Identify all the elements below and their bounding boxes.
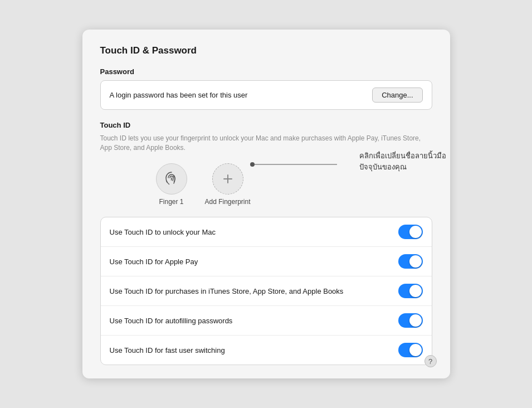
toggle-switch-4[interactable] xyxy=(398,343,423,357)
svg-point-3 xyxy=(250,162,255,167)
toggle-label-3: Use Touch ID for autofilling passwords xyxy=(110,316,398,326)
finger1-icon-wrap[interactable] xyxy=(156,163,187,195)
panel-title: Touch ID & Password xyxy=(100,45,432,56)
annotation-arrow xyxy=(248,156,337,173)
toggle-label-2: Use Touch ID for purchases in iTunes Sto… xyxy=(110,286,398,297)
add-fingerprint-label: Add Fingerprint xyxy=(205,198,251,206)
finger1-item[interactable]: Finger 1 xyxy=(156,163,187,206)
toggle-row-0: Use Touch ID to unlock your Mac xyxy=(101,217,432,247)
toggle-rows: Use Touch ID to unlock your Mac Use Touc… xyxy=(100,217,432,365)
toggle-label-1: Use Touch ID for Apple Pay xyxy=(110,257,398,267)
toggle-label-4: Use Touch ID for fast user switching xyxy=(110,346,398,356)
toggle-switch-3[interactable] xyxy=(398,313,423,328)
password-description: A login password has been set for this u… xyxy=(110,91,248,99)
password-section-label: Password xyxy=(100,67,432,76)
toggle-row-4: Use Touch ID for fast user switching xyxy=(101,336,432,365)
toggle-label-0: Use Touch ID to unlock your Mac xyxy=(110,227,398,237)
touch-id-label: Touch ID xyxy=(100,121,432,129)
help-button[interactable]: ? xyxy=(424,355,437,367)
toggle-row-2: Use Touch ID for purchases in iTunes Sto… xyxy=(101,276,432,306)
toggle-switch-2[interactable] xyxy=(398,284,423,298)
toggle-row-1: Use Touch ID for Apple Pay xyxy=(101,247,432,276)
annotation-text: คลิกเพื่อเปลี่ยนชื่อลายนิ้วมือปัจจุบันขอ… xyxy=(359,150,460,172)
add-fingerprint-item[interactable]: Add Fingerprint xyxy=(205,163,251,206)
toggle-switch-1[interactable] xyxy=(398,254,423,269)
fingerprint-icon xyxy=(163,170,180,188)
change-password-button[interactable]: Change... xyxy=(372,88,422,103)
settings-panel: Touch ID & Password Password A login pas… xyxy=(82,30,450,379)
password-row: A login password has been set for this u… xyxy=(100,80,432,110)
page-wrapper: Touch ID & Password Password A login pas… xyxy=(0,0,532,408)
toggle-switch-0[interactable] xyxy=(398,225,423,239)
finger1-label: Finger 1 xyxy=(159,198,183,206)
plus-icon xyxy=(222,173,234,185)
touch-id-description: Touch ID lets you use your fingerprint t… xyxy=(100,134,432,153)
toggle-row-3: Use Touch ID for autofilling passwords xyxy=(101,306,432,336)
add-fingerprint-button[interactable] xyxy=(212,163,243,195)
annotation: คลิกเพื่อเปลี่ยนชื่อลายนิ้วมือปัจจุบันขอ… xyxy=(359,150,460,172)
